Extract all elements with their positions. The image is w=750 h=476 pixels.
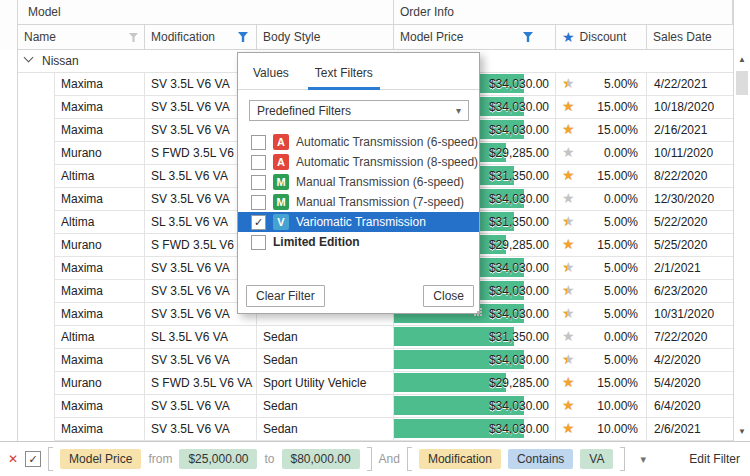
- filter-icon-model-price[interactable]: [523, 32, 533, 42]
- cell-sales-date: 5/25/2020: [647, 234, 733, 257]
- cell-discount: ★★15.00%: [556, 372, 647, 395]
- cell-discount: ★★5.00%: [556, 303, 647, 326]
- column-header-name-label: Name: [24, 30, 56, 44]
- rating-star-icon: ★★: [562, 326, 578, 348]
- checkbox[interactable]: [251, 235, 266, 250]
- row-indicator: [0, 395, 18, 418]
- star-orange-icon: ★: [562, 211, 567, 232]
- star-orange-icon: ★: [562, 372, 575, 393]
- filter-item-label: Automatic Transmission (6-speed): [296, 135, 478, 149]
- cell-discount: ★★5.00%: [556, 257, 647, 280]
- filter-list-item[interactable]: AAutomatic Transmission (6-speed): [238, 132, 479, 152]
- tab-text-filters[interactable]: Text Filters: [313, 66, 375, 89]
- rating-star-icon: ★★: [562, 142, 578, 164]
- cell-discount: ★★5.00%: [556, 211, 647, 234]
- checkbox[interactable]: [251, 135, 266, 150]
- column-header-sales-date-label: Sales Date: [653, 30, 712, 44]
- column-header-model-price[interactable]: Model Price: [394, 25, 556, 50]
- band-model[interactable]: Model: [18, 0, 394, 25]
- row-indicator: [0, 418, 18, 441]
- table-row[interactable]: MaximaSV 3.5L V6 VASedan$34,030.00$34,03…: [0, 395, 750, 418]
- checkbox[interactable]: [251, 155, 266, 170]
- bracket-close: [620, 447, 625, 471]
- clear-filter-button[interactable]: Clear Filter: [246, 285, 325, 307]
- vertical-scrollbar[interactable]: ▲ ▼: [733, 0, 750, 441]
- filter-value-to[interactable]: $80,000.00: [282, 449, 360, 469]
- filter-operator-and: And: [379, 452, 400, 466]
- row-indicator: [0, 50, 18, 73]
- column-header-body-style-label: Body Style: [263, 30, 320, 44]
- filter-field-model-price[interactable]: Model Price: [60, 449, 141, 469]
- row-indicator: [0, 372, 18, 395]
- remove-filter-icon[interactable]: ✕: [8, 452, 18, 466]
- column-header-row: Name Modification Body Style Model Price…: [0, 25, 750, 50]
- filter-value-from[interactable]: $25,000.00: [179, 449, 257, 469]
- close-button[interactable]: Close: [423, 285, 474, 307]
- cell-discount: ★★0.00%: [556, 326, 647, 349]
- rating-star-icon: ★★: [562, 119, 578, 141]
- filter-icon-inactive[interactable]: [129, 33, 138, 42]
- star-orange-icon: ★: [562, 280, 567, 301]
- checkbox[interactable]: ✓: [251, 215, 266, 230]
- tab-values[interactable]: Values: [251, 66, 291, 89]
- filter-list-item[interactable]: Limited Edition: [238, 232, 479, 252]
- rating-star-icon: ★★: [562, 73, 578, 95]
- star-icon: ★: [562, 29, 575, 45]
- row-indicator: [0, 73, 18, 96]
- filter-field-modification[interactable]: Modification: [419, 449, 501, 469]
- filter-list-item[interactable]: MManual Transmission (7-speed): [238, 192, 479, 212]
- filter-list-item[interactable]: MManual Transmission (6-speed): [238, 172, 479, 192]
- filter-list-item[interactable]: AAutomatic Transmission (8-speed): [238, 152, 479, 172]
- edit-filter-button[interactable]: Edit Filter: [689, 452, 740, 466]
- table-row[interactable]: MaximaSV 3.5L V6 VASedan$34,030.00$34,03…: [0, 349, 750, 372]
- filter-icon-modification[interactable]: [238, 32, 248, 42]
- filter-enabled-checkbox[interactable]: ✓: [25, 451, 41, 467]
- data-grid-window: Model Order Info Name Modification Body …: [0, 0, 750, 476]
- rating-star-icon: ★★: [562, 234, 578, 256]
- cell-discount: ★★15.00%: [556, 96, 647, 119]
- table-row[interactable]: MuranoS FWD 3.5L V6 VASport Utility Vehi…: [0, 372, 750, 395]
- cell-sales-date: 2/6/2021: [647, 418, 733, 441]
- cell-discount: ★★10.00%: [556, 395, 647, 418]
- star-orange-icon: ★: [562, 395, 573, 416]
- scrollbar-thumb[interactable]: [736, 71, 748, 95]
- group-indent: [18, 211, 55, 234]
- table-row[interactable]: MaximaSV 3.5L V6 VASedan$34,030.00$34,03…: [0, 418, 750, 441]
- row-indicator: [0, 257, 18, 280]
- filter-value-va[interactable]: VA: [580, 449, 613, 469]
- rating-star-icon: ★★: [562, 165, 578, 187]
- chevron-down-icon[interactable]: ▾: [640, 453, 646, 466]
- cell-modification: SV 3.5L V6 VA: [145, 349, 257, 372]
- column-header-discount[interactable]: ★Discount: [556, 25, 647, 50]
- predefined-filters-label: Predefined Filters: [257, 104, 351, 118]
- predefined-filters-combobox[interactable]: Predefined Filters ▾: [249, 100, 469, 121]
- cell-sales-date: 10/31/2020: [647, 303, 733, 326]
- row-indicator: [0, 211, 18, 234]
- price-text: $34,030.00: [394, 395, 549, 417]
- group-label: Nissan: [42, 54, 79, 68]
- group-indent: [18, 96, 55, 119]
- rating-star-icon: ★★: [562, 418, 578, 440]
- scroll-up-icon[interactable]: ▲: [734, 51, 750, 68]
- column-header-sales-date[interactable]: Sales Date: [647, 25, 733, 50]
- transmission-badge-icon: A: [273, 154, 289, 170]
- filter-operator-contains[interactable]: Contains: [508, 449, 573, 469]
- filter-list-item[interactable]: ✓VVariomatic Transmission: [238, 212, 479, 232]
- table-row[interactable]: AltimaSL 3.5L V6 VASedan$31,350.00$31,35…: [0, 326, 750, 349]
- scroll-down-icon[interactable]: ▼: [734, 423, 750, 440]
- column-header-name[interactable]: Name: [18, 25, 145, 50]
- column-header-modification[interactable]: Modification: [145, 25, 257, 50]
- column-header-body-style[interactable]: Body Style: [257, 25, 394, 50]
- band-order-info[interactable]: Order Info: [394, 0, 733, 25]
- chevron-down-icon[interactable]: [24, 53, 34, 63]
- cell-discount: ★★5.00%: [556, 280, 647, 303]
- cell-modification: SL 3.5L V6 VA: [145, 326, 257, 349]
- star-orange-icon: ★: [562, 73, 567, 94]
- cell-sales-date: 5/22/2020: [647, 211, 733, 234]
- cell-discount: ★★5.00%: [556, 349, 647, 372]
- resize-grip[interactable]: [474, 308, 476, 310]
- bracket-close: [367, 447, 372, 471]
- checkbox[interactable]: [251, 195, 266, 210]
- row-indicator: [0, 326, 18, 349]
- checkbox[interactable]: [251, 175, 266, 190]
